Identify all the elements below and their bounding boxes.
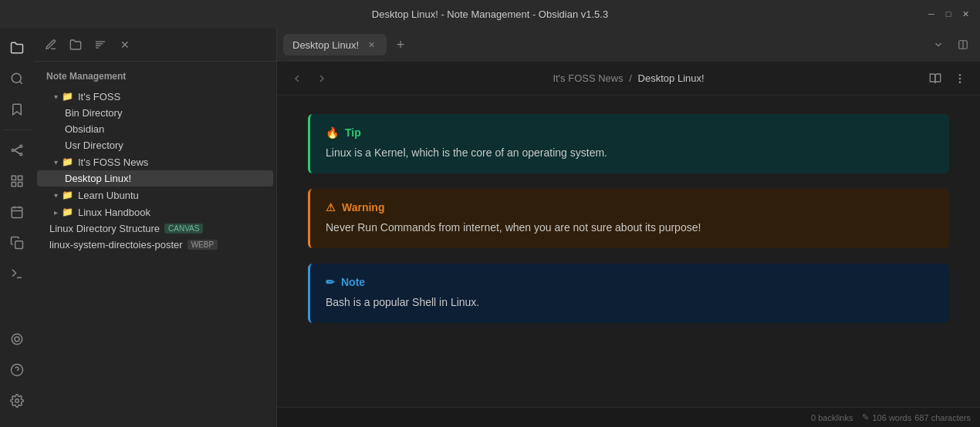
callout-tip-title-text: Tip <box>345 126 361 139</box>
sidebar-icon-copy[interactable] <box>3 229 31 257</box>
tree-item-linux-handbook[interactable]: ▸ 📁 Linux Handbook <box>37 203 273 220</box>
callout-warning: ⚠ Warning Never Run Commands from intern… <box>308 189 949 248</box>
tree-item-obsidian[interactable]: Obsidian <box>37 121 273 137</box>
collapse-button[interactable]: ✕ <box>114 34 136 55</box>
badge-webp: WEBP <box>188 240 218 250</box>
breadcrumb-folder[interactable]: It's FOSS News <box>553 72 623 84</box>
sidebar-icon-calendar[interactable] <box>3 198 31 226</box>
icon-sidebar <box>0 28 34 427</box>
tip-icon: 🔥 <box>326 126 339 139</box>
tree-item-bin-directory[interactable]: Bin Directory <box>37 105 273 121</box>
svg-rect-10 <box>12 183 15 187</box>
arrow-icon-collapsed: ▸ <box>49 206 62 218</box>
tree-item-label: Usr Directory <box>65 140 123 151</box>
tree-item-learn-ubuntu[interactable]: ▾ 📁 Learn Ubuntu <box>37 187 273 203</box>
svg-point-3 <box>20 145 22 147</box>
note-icon: ✏ <box>326 276 335 288</box>
tree-item-label: Learn Ubuntu <box>78 190 139 201</box>
sidebar-icon-help[interactable] <box>3 356 31 384</box>
callout-warning-body: Never Run Commands from internet, when y… <box>326 220 934 236</box>
callout-note-title-text: Note <box>341 276 365 288</box>
callout-tip-title: 🔥 Tip <box>326 126 934 139</box>
svg-point-28 <box>959 74 960 75</box>
split-view-button[interactable] <box>952 34 974 55</box>
new-note-button[interactable] <box>40 34 62 55</box>
tab-close-button[interactable]: ✕ <box>365 39 377 51</box>
tree-item-linux-poster[interactable]: linux-system-directoies-poster WEBP <box>37 237 273 253</box>
file-tree: Note Management ▾ 📁 It's FOSS Bin Direct… <box>34 62 276 427</box>
sidebar-icon-folder[interactable] <box>3 34 31 62</box>
svg-rect-15 <box>15 241 23 249</box>
backlinks-count: 0 backlinks <box>811 413 853 422</box>
titlebar: Desktop Linux! - Note Management - Obsid… <box>0 0 980 28</box>
svg-rect-9 <box>19 183 22 187</box>
callout-warning-title-text: Warning <box>342 201 384 214</box>
warning-icon: ⚠ <box>326 201 336 214</box>
app-container: ✕ Note Management ▾ 📁 It's FOSS Bin Dire… <box>0 28 980 427</box>
tree-item-linux-directory-structure[interactable]: Linux Directory Structure CANVAS <box>37 220 273 237</box>
tree-item-label: Linux Directory Structure <box>49 223 160 234</box>
tab-desktop-linux[interactable]: Desktop Linux! ✕ <box>283 34 387 55</box>
close-button[interactable]: ✕ <box>960 8 971 19</box>
tree-item-label: It's FOSS <box>78 91 120 103</box>
svg-rect-11 <box>12 207 22 218</box>
status-bar: 0 backlinks ✎ 106 words 687 characters <box>277 407 980 427</box>
file-sidebar: ✕ Note Management ▾ 📁 It's FOSS Bin Dire… <box>34 28 277 427</box>
svg-point-18 <box>12 334 22 345</box>
svg-point-29 <box>959 78 960 79</box>
back-button[interactable] <box>286 68 308 89</box>
sort-button[interactable] <box>90 34 111 55</box>
more-options-button[interactable] <box>949 68 971 89</box>
sidebar-icon-graph[interactable] <box>3 136 31 164</box>
folder-icon: 📁 <box>62 190 73 200</box>
words-status: ✎ 106 words 687 characters <box>862 412 971 422</box>
words-count: 106 words <box>872 413 911 422</box>
tree-item-its-foss-news[interactable]: ▾ 📁 It's FOSS News <box>37 153 273 170</box>
callout-note: ✏ Note Bash is a popular Shell in Linux. <box>308 264 949 323</box>
vault-label: Note Management <box>34 68 276 88</box>
callout-warning-title: ⚠ Warning <box>326 201 934 214</box>
callout-note-title: ✏ Note <box>326 276 934 288</box>
tree-item-label: linux-system-directoies-poster <box>49 239 183 250</box>
arrow-icon: ▾ <box>49 189 62 201</box>
svg-rect-7 <box>12 176 15 180</box>
sidebar-icon-search[interactable] <box>3 65 31 92</box>
tree-item-desktop-linux[interactable]: Desktop Linux! <box>37 170 273 187</box>
callout-tip-body: Linux is a Kernel, which is the core of … <box>326 145 934 161</box>
editor-wrapper: Desktop Linux! ✕ + <box>277 28 980 427</box>
window-controls: ─ □ ✕ <box>926 8 971 19</box>
breadcrumb: It's FOSS News / Desktop Linux! <box>336 72 921 84</box>
titlebar-title: Desktop Linux! - Note Management - Obsid… <box>372 8 608 20</box>
new-folder-button[interactable] <box>65 34 86 55</box>
arrow-icon: ▾ <box>49 90 62 103</box>
tree-item-label: Bin Directory <box>65 107 122 119</box>
breadcrumb-separator: / <box>629 72 634 84</box>
svg-line-1 <box>19 81 22 83</box>
minimize-button[interactable]: ─ <box>926 8 937 19</box>
tab-add-button[interactable]: + <box>390 34 411 55</box>
sidebar-icon-bookmark[interactable] <box>3 96 31 123</box>
maximize-button[interactable]: □ <box>943 8 954 19</box>
tree-item-label: Desktop Linux! <box>65 173 131 184</box>
sidebar-icon-terminal[interactable] <box>3 260 31 287</box>
editor-toolbar: It's FOSS News / Desktop Linux! <box>277 62 980 96</box>
tree-item-label: It's FOSS News <box>78 156 148 168</box>
svg-line-6 <box>14 150 20 154</box>
sidebar-icon-backlinks[interactable] <box>3 325 31 353</box>
tree-item-its-foss[interactable]: ▾ 📁 It's FOSS <box>37 88 273 105</box>
forward-button[interactable] <box>311 68 333 89</box>
tab-label: Desktop Linux! <box>292 39 359 51</box>
svg-point-17 <box>15 337 19 341</box>
icon-sidebar-bottom <box>3 325 31 421</box>
tree-item-label: Linux Handbook <box>78 207 150 218</box>
backlinks-status[interactable]: 0 backlinks <box>811 413 853 422</box>
svg-rect-8 <box>19 176 22 180</box>
reading-view-button[interactable] <box>924 68 946 89</box>
tab-list-button[interactable] <box>928 34 949 55</box>
tab-bar: Desktop Linux! ✕ + <box>277 28 980 62</box>
sidebar-icon-grid[interactable] <box>3 167 31 195</box>
sidebar-icon-settings[interactable] <box>3 387 31 415</box>
svg-point-4 <box>20 153 22 156</box>
arrow-icon: ▾ <box>49 156 62 168</box>
tree-item-usr-directory[interactable]: Usr Directory <box>37 137 273 153</box>
